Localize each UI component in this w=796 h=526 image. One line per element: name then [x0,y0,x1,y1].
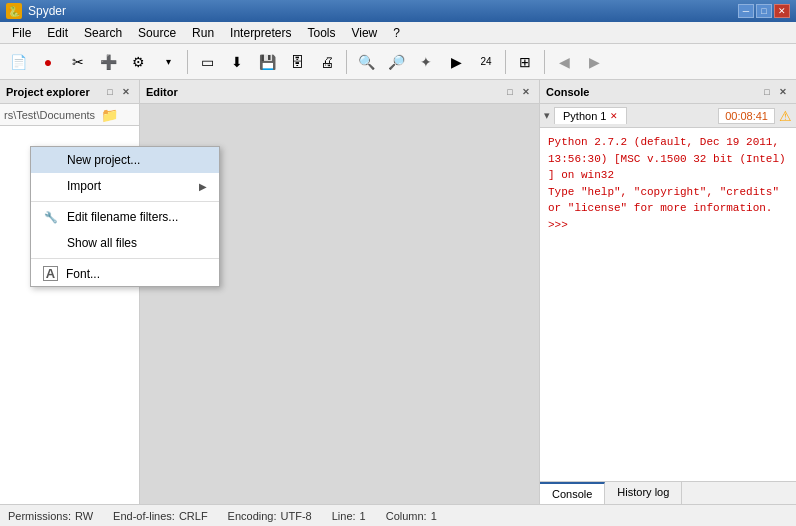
line-label: Line: [332,510,356,522]
app-icon: 🐍 [6,3,22,19]
console-footer-history-tab[interactable]: History log [605,482,682,504]
console-header-controls: □ ✕ [760,85,790,99]
ctx-new-project-label: New project... [67,153,140,167]
encoding-label: Encoding: [228,510,277,522]
run2-button[interactable]: ▶ [442,48,470,76]
browse-button[interactable]: 📁 [101,107,118,123]
console-python-tab[interactable]: Python 1 ✕ [554,107,627,124]
permissions-value: RW [75,510,93,522]
save-all-button[interactable]: 🗄 [283,48,311,76]
console-timer: 00:08:41 [718,108,775,124]
path-text: rs\Test\Documents [4,109,95,121]
save-button[interactable]: 💾 [253,48,281,76]
new-file-button[interactable]: 📄 [4,48,32,76]
console-panel: Console □ ✕ ▾ Python 1 ✕ 00:08:41 ⚠ Pyth… [540,80,796,504]
encoding-item: Encoding: UTF-8 [228,510,312,522]
add-button[interactable]: ➕ [94,48,122,76]
menu-run[interactable]: Run [184,24,222,42]
minimize-button[interactable]: ─ [738,4,754,18]
console-line-4: Type "help", "copyright", "credits" [548,184,788,201]
project-explorer-panel: Project explorer □ ✕ rs\Test\Documents 📁… [0,80,140,504]
console-line-2: 13:56:30) [MSC v.1500 32 bit (Intel) [548,151,788,168]
console-header: Console □ ✕ [540,80,796,104]
permissions-label: Permissions: [8,510,71,522]
menu-file[interactable]: File [4,24,39,42]
path-bar: rs\Test\Documents 📁 [0,104,139,126]
ctx-font-label: Font... [66,267,100,281]
close-button[interactable]: ✕ [774,4,790,18]
context-menu: New project... Import ▶ 🔧 Edit filename … [30,146,220,287]
back-button[interactable]: ◀ [550,48,578,76]
run1-button[interactable]: ✦ [412,48,440,76]
console-undock-button[interactable]: □ [760,85,774,99]
menu-view[interactable]: View [343,24,385,42]
stop-button[interactable]: ● [34,48,62,76]
console-close-button[interactable]: ✕ [776,85,790,99]
eol-item: End-of-lines: CRLF [113,510,208,522]
eol-value: CRLF [179,510,208,522]
ctx-edit-filters-label: Edit filename filters... [67,210,178,224]
menu-interpreters[interactable]: Interpreters [222,24,299,42]
console-tab-bar: ▾ Python 1 ✕ 00:08:41 ⚠ [540,104,796,128]
menu-help[interactable]: ? [385,24,408,42]
maximize-button[interactable]: □ [756,4,772,18]
editor-close-button[interactable]: ✕ [519,85,533,99]
rect-button[interactable]: ▭ [193,48,221,76]
down-button[interactable]: ⬇ [223,48,251,76]
font-icon: A [43,266,58,281]
new-project-icon [43,152,59,168]
menu-search[interactable]: Search [76,24,130,42]
undock-button[interactable]: □ [103,85,117,99]
editor-controls: □ ✕ [503,85,533,99]
import-arrow-icon: ▶ [199,181,207,192]
console-content: Python 2.7.2 (default, Dec 19 2011, 13:5… [540,128,796,481]
project-explorer-title: Project explorer [6,86,90,98]
console-tab-label: Python 1 [563,110,606,122]
find-button[interactable]: 🔍 [352,48,380,76]
permissions-item: Permissions: RW [8,510,93,522]
settings-button[interactable]: ⚙ [124,48,152,76]
forward-button[interactable]: ▶ [580,48,608,76]
menu-bar: File Edit Search Source Run Interpreters… [0,22,796,44]
ctx-import-label: Import [67,179,101,193]
console-tab-close-icon[interactable]: ✕ [610,111,618,121]
panel-header-controls: □ ✕ [103,85,133,99]
ctx-import[interactable]: Import ▶ [31,173,219,199]
eol-label: End-of-lines: [113,510,175,522]
column-value: 1 [431,510,437,522]
ctx-show-files-label: Show all files [67,236,137,250]
line-item: Line: 1 [332,510,366,522]
search-button[interactable]: 🔎 [382,48,410,76]
print-button[interactable]: 🖨 [313,48,341,76]
ctx-sep-2 [31,258,219,259]
title-bar-controls: ─ □ ✕ [738,4,790,18]
console-dropdown-icon[interactable]: ▾ [544,109,550,122]
ctx-font[interactable]: A Font... [31,261,219,286]
close-panel-button[interactable]: ✕ [119,85,133,99]
console-line-1: Python 2.7.2 (default, Dec 19 2011, [548,134,788,151]
settings-dropdown[interactable]: ▾ [154,48,182,76]
console-footer-console-tab[interactable]: Console [540,482,605,504]
size-button[interactable]: 24 [472,48,500,76]
editor-panel: Editor □ ✕ [140,80,540,504]
warning-icon: ⚠ [779,108,792,124]
console-prompt[interactable]: >>> [548,217,788,234]
console-line-5: or "license" for more information. [548,200,788,217]
ctx-show-files[interactable]: Show all files [31,230,219,256]
project-explorer-header: Project explorer □ ✕ [0,80,139,104]
editor-header: Editor □ ✕ [140,80,539,104]
encoding-value: UTF-8 [281,510,312,522]
menu-source[interactable]: Source [130,24,184,42]
editor-title: Editor [146,86,178,98]
ctx-edit-filters[interactable]: 🔧 Edit filename filters... [31,204,219,230]
editor-undock-button[interactable]: □ [503,85,517,99]
ctx-new-project[interactable]: New project... [31,147,219,173]
menu-tools[interactable]: Tools [299,24,343,42]
import-icon [43,178,59,194]
toolbar-sep-2 [346,50,347,74]
toolbar-sep-1 [187,50,188,74]
console-line-3: ] on win32 [548,167,788,184]
menu-edit[interactable]: Edit [39,24,76,42]
grid-button[interactable]: ⊞ [511,48,539,76]
cut-button[interactable]: ✂ [64,48,92,76]
